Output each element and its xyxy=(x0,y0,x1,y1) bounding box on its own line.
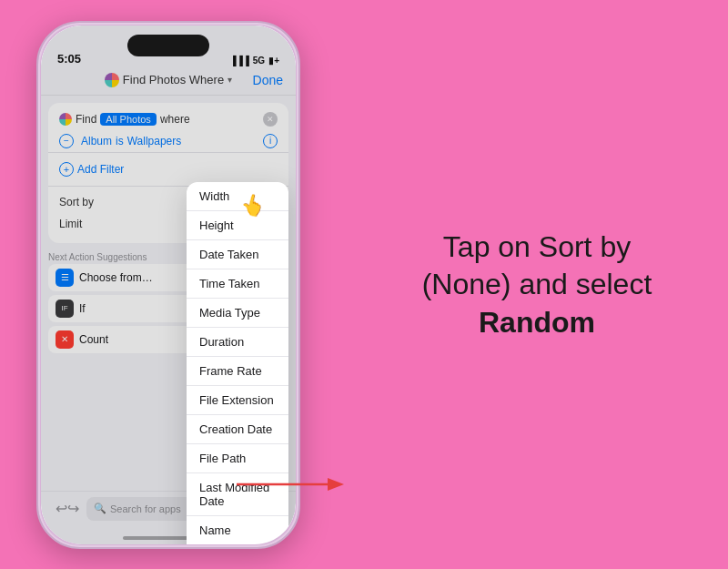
choose-from-icon: ☰ xyxy=(56,269,74,287)
find-row: Find All Photos where ✕ xyxy=(59,112,278,127)
divider xyxy=(48,152,288,153)
dynamic-island xyxy=(127,35,209,56)
instruction-line1: Tap on Sort by xyxy=(443,229,631,262)
dropdown-item-height[interactable]: Height xyxy=(187,211,288,240)
search-placeholder: Search for apps xyxy=(110,503,181,514)
phone-frame: 5:05 ▐▐▐ 5G ▮+ Find Photos Where ▾ Done xyxy=(36,21,300,549)
wallpapers-label[interactable]: Wallpapers xyxy=(127,135,182,147)
album-row: − Album is Wallpapers i xyxy=(59,134,278,148)
photos-app-icon xyxy=(105,73,119,87)
if-icon: IF xyxy=(56,300,74,318)
dropdown-item-time-taken[interactable]: Time Taken xyxy=(187,269,288,299)
network-badge: 5G xyxy=(253,56,265,66)
redo-icon[interactable]: ↪ xyxy=(67,500,79,517)
add-filter-row[interactable]: + Add Filter xyxy=(59,157,278,182)
status-time: 5:05 xyxy=(57,52,81,66)
choose-from-label: Choose from… xyxy=(79,271,153,284)
dropdown-item-file-extension[interactable]: File Extension xyxy=(187,386,288,415)
all-photos-badge[interactable]: All Photos xyxy=(100,113,157,126)
is-label[interactable]: is xyxy=(116,135,124,147)
limit-label: Limit xyxy=(59,218,82,230)
minus-icon[interactable]: − xyxy=(59,134,74,148)
svg-marker-1 xyxy=(328,478,344,491)
undo-icon[interactable]: ↩ xyxy=(56,500,67,517)
photos-icon-small xyxy=(59,113,72,126)
dropdown-item-name[interactable]: Name xyxy=(187,516,288,544)
screen-content: 5:05 ▐▐▐ 5G ▮+ Find Photos Where ▾ Done xyxy=(41,25,296,544)
dropdown-item-frame-rate[interactable]: Frame Rate xyxy=(187,357,288,386)
nav-title-text: Find Photos Where xyxy=(123,73,224,86)
nav-title: Find Photos Where ▾ xyxy=(105,73,232,87)
dropdown-item-duration[interactable]: Duration xyxy=(187,328,288,357)
add-filter-label[interactable]: Add Filter xyxy=(77,163,124,176)
add-filter-icon: + xyxy=(59,162,74,177)
instruction-line3: Random xyxy=(479,305,595,338)
sort-label: Sort by xyxy=(59,196,94,208)
dropdown-item-file-path[interactable]: File Path xyxy=(187,444,288,473)
dropdown-item-date-taken[interactable]: Date Taken xyxy=(187,240,288,269)
count-icon: ✕ xyxy=(56,330,74,349)
info-icon[interactable]: i xyxy=(263,134,278,148)
phone-screen: 5:05 ▐▐▐ 5G ▮+ Find Photos Where ▾ Done xyxy=(41,25,296,544)
signal-icon: ▐▐▐ xyxy=(230,56,249,66)
album-label[interactable]: Album xyxy=(81,135,112,147)
dropdown-item-media-type[interactable]: Media Type xyxy=(187,299,288,328)
dropdown-item-creation-date[interactable]: Creation Date xyxy=(187,415,288,444)
instruction-line2: (None) and select xyxy=(422,268,652,300)
where-label: where xyxy=(160,113,190,126)
count-label: Count xyxy=(79,333,108,346)
battery-icon: ▮+ xyxy=(268,56,279,66)
instruction-panel: Tap on Sort by (None) and select Random xyxy=(382,228,692,341)
red-arrow xyxy=(237,471,346,502)
dropdown-item-width[interactable]: Width xyxy=(187,182,288,211)
close-icon[interactable]: ✕ xyxy=(263,112,278,127)
done-button[interactable]: Done xyxy=(253,73,283,87)
if-label: If xyxy=(79,302,86,315)
search-icon: 🔍 xyxy=(94,503,106,514)
status-icons: ▐▐▐ 5G ▮+ xyxy=(230,56,279,66)
find-label: Find xyxy=(76,113,96,126)
page: 5:05 ▐▐▐ 5G ▮+ Find Photos Where ▾ Done xyxy=(0,0,728,569)
chevron-down-icon: ▾ xyxy=(228,75,232,85)
